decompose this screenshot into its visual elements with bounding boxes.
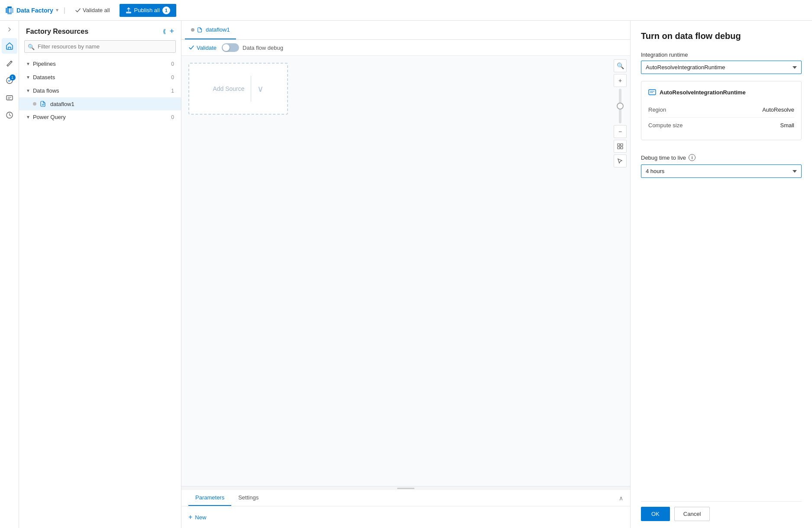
topbar-separator: | — [64, 6, 65, 14]
collapse-icon: ∧ — [619, 495, 623, 502]
sidebar-section-powerquery: ▼ Power Query 0 — [19, 110, 181, 124]
nav-expand-btn[interactable] — [2, 24, 17, 35]
brand-chevron: ▾ — [56, 7, 58, 13]
sidebar-collapse-btn[interactable]: ⟪ — [163, 27, 166, 36]
dataflow1-label: dataflow1 — [50, 101, 74, 107]
right-panel-title: Turn on data flow debug — [641, 31, 802, 41]
deploy-icon — [6, 111, 13, 119]
zoom-plus-icon: + — [618, 77, 622, 84]
ok-button[interactable]: OK — [641, 507, 670, 521]
panel-resizer[interactable] — [181, 486, 630, 490]
ir-region-value: AutoResolve — [762, 106, 794, 113]
dataflow1-status-dot — [33, 102, 36, 106]
zoom-search-icon: 🔍 — [617, 62, 624, 69]
dataflows-count: 1 — [171, 88, 174, 94]
bottom-panel: Parameters Settings ∧ + New — [181, 486, 630, 528]
svg-rect-5 — [6, 96, 13, 100]
debug-ttl-section: Debug time to live i 4 hours 1 hour 2 ho… — [641, 154, 802, 178]
svg-rect-0 — [6, 8, 9, 13]
svg-rect-7 — [618, 144, 620, 146]
zoom-slider-thumb[interactable] — [617, 103, 624, 109]
nav-edit[interactable] — [2, 55, 17, 71]
dataflows-arrow: ▼ — [26, 88, 30, 93]
publish-all-label: Publish all — [134, 7, 160, 13]
zoom-minus-icon: − — [618, 128, 622, 135]
brand[interactable]: Data Factory ▾ — [5, 6, 58, 15]
validate-icon — [75, 7, 81, 13]
nav-monitor[interactable]: 1 — [2, 73, 17, 88]
search-input[interactable] — [24, 40, 176, 53]
zoom-search-btn[interactable]: 🔍 — [614, 59, 627, 72]
tab-bar: dataflow1 — [181, 21, 630, 40]
nav-deploy[interactable] — [2, 107, 17, 123]
fit-view-btn[interactable] — [614, 140, 627, 153]
content-area: dataflow1 Validate Data flow debug Add S… — [181, 21, 630, 528]
nav-home[interactable] — [2, 38, 17, 54]
pipelines-arrow: ▼ — [26, 61, 30, 66]
ir-compute-row: Compute size Small — [648, 118, 794, 133]
add-source-arrow-icon: ∨ — [257, 84, 264, 94]
ttl-select[interactable]: 4 hours 1 hour 2 hours 8 hours — [641, 164, 802, 178]
new-param-plus-icon: + — [188, 513, 192, 521]
publish-icon — [126, 7, 132, 13]
chevron-right-icon — [6, 26, 13, 32]
pipelines-count: 0 — [171, 61, 174, 67]
sidebar-header: Factory Resources ⟪ + — [19, 21, 181, 40]
add-source-box[interactable]: Add Source ∨ — [188, 63, 288, 115]
monitor-badge: 1 — [10, 74, 16, 80]
topbar: Data Factory ▾ | Validate all Publish al… — [0, 0, 812, 21]
sidebar-list: ▼ Pipelines 0 ▼ Datasets 0 — [19, 57, 181, 528]
sidebar-section-datasets: ▼ Datasets 0 — [19, 71, 181, 84]
brand-icon — [5, 6, 14, 15]
tab-parameters[interactable]: Parameters — [188, 490, 231, 506]
right-panel-footer: OK Cancel — [641, 501, 802, 521]
bottom-panel-content: + New — [181, 506, 630, 528]
fit-view-icon — [617, 143, 623, 149]
ttl-info-icon[interactable]: i — [689, 154, 696, 161]
bottom-tabs-left: Parameters Settings — [188, 490, 265, 506]
svg-rect-3 — [7, 13, 12, 14]
ir-region-row: Region AutoResolve — [648, 102, 794, 118]
zoom-minus-btn[interactable]: − — [614, 125, 627, 138]
powerquery-count: 0 — [171, 114, 174, 120]
add-source-divider — [251, 76, 251, 102]
sidebar-section-header-pipelines[interactable]: ▼ Pipelines 0 — [19, 57, 181, 71]
svg-rect-9 — [618, 147, 620, 149]
zoom-plus-btn[interactable]: + — [614, 74, 627, 87]
datasets-label: Datasets — [33, 74, 55, 80]
bottom-panel-collapse-btn[interactable]: ∧ — [619, 495, 623, 502]
nav-manage[interactable] — [2, 90, 17, 106]
tab-dataflow-icon — [197, 27, 203, 33]
select-icon — [617, 158, 623, 164]
validate-button[interactable]: Validate — [188, 45, 217, 51]
new-param-label: New — [195, 514, 206, 521]
sidebar-item-dataflow1[interactable]: dataflow1 — [19, 97, 181, 110]
sidebar-header-actions: ⟪ + — [163, 27, 174, 36]
home-icon — [6, 42, 13, 50]
sidebar-section-header-datasets[interactable]: ▼ Datasets 0 — [19, 71, 181, 84]
cancel-button[interactable]: Cancel — [674, 507, 710, 521]
right-panel-spacer — [641, 178, 802, 501]
tab-settings[interactable]: Settings — [231, 490, 265, 506]
new-param-btn[interactable]: + New — [188, 513, 206, 521]
toggle-knob — [223, 44, 230, 51]
select-mode-btn[interactable] — [614, 155, 627, 167]
svg-rect-10 — [621, 147, 623, 149]
parameters-tab-label: Parameters — [195, 494, 224, 501]
right-panel: Turn on data flow debug Integration runt… — [630, 21, 812, 528]
publish-all-button[interactable]: Publish all 1 — [120, 4, 176, 17]
sidebar-add-btn[interactable]: + — [169, 27, 174, 36]
validate-all-button[interactable]: Validate all — [71, 5, 114, 15]
canvas[interactable]: Add Source ∨ 🔍 + — [181, 56, 630, 486]
sidebar-section-header-powerquery[interactable]: ▼ Power Query 0 — [19, 110, 181, 124]
bottom-panel-tabs: Parameters Settings ∧ — [181, 490, 630, 506]
sidebar-title: Factory Resources — [26, 28, 88, 35]
ir-label: Integration runtime — [641, 52, 802, 58]
debug-toggle[interactable] — [222, 43, 239, 52]
svg-rect-1 — [10, 8, 13, 13]
ir-compute-label: Compute size — [648, 122, 683, 129]
sidebar-section-header-dataflows[interactable]: ▼ Data flows 1 — [19, 84, 181, 97]
brand-label: Data Factory — [16, 7, 53, 14]
ir-select[interactable]: AutoResolveIntegrationRuntime — [641, 61, 802, 74]
tab-dataflow1[interactable]: dataflow1 — [185, 21, 236, 39]
